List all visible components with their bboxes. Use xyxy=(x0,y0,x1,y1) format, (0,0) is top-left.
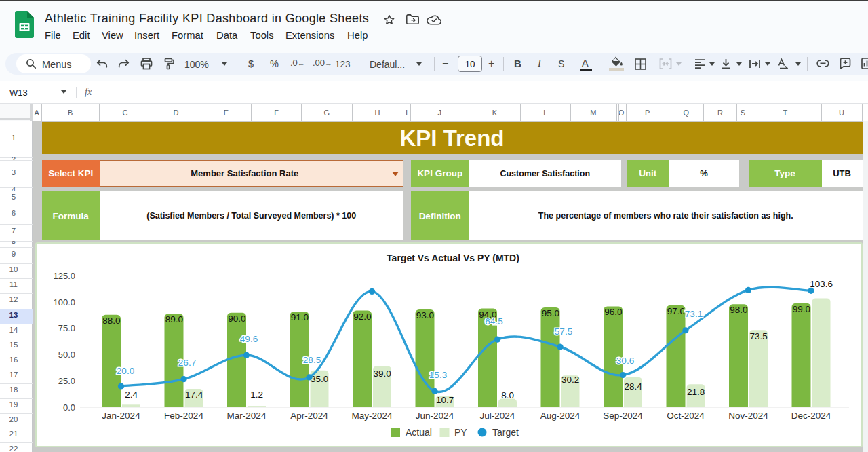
svg-text:Jan-2024: Jan-2024 xyxy=(102,411,140,421)
svg-text:103.6: 103.6 xyxy=(810,279,833,289)
svg-text:Jun-2024: Jun-2024 xyxy=(416,411,454,421)
svg-text:30.2: 30.2 xyxy=(561,375,579,385)
svg-text:17.4: 17.4 xyxy=(185,390,203,400)
svg-text:57.5: 57.5 xyxy=(555,326,572,337)
svg-text:90.0: 90.0 xyxy=(228,314,245,324)
svg-text:28.4: 28.4 xyxy=(625,381,643,392)
svg-text:73.5: 73.5 xyxy=(750,331,768,341)
svg-text:96.0: 96.0 xyxy=(604,307,622,317)
svg-text:Jul-2024: Jul-2024 xyxy=(480,411,515,421)
svg-text:64.5: 64.5 xyxy=(485,316,502,326)
svg-text:8.0: 8.0 xyxy=(501,390,514,400)
svg-text:97.0: 97.0 xyxy=(667,306,685,316)
svg-text:Aug-2024: Aug-2024 xyxy=(540,411,580,421)
svg-text:Target Vs Actual Vs PY (MTD): Target Vs Actual Vs PY (MTD) xyxy=(387,252,519,263)
svg-text:28.5: 28.5 xyxy=(303,355,321,365)
svg-text:PY: PY xyxy=(454,427,467,438)
svg-text:26.7: 26.7 xyxy=(178,358,196,368)
svg-text:Feb-2024: Feb-2024 xyxy=(164,411,203,421)
svg-text:49.6: 49.6 xyxy=(240,334,258,344)
svg-text:99.0: 99.0 xyxy=(793,304,810,314)
svg-text:10.7: 10.7 xyxy=(436,395,454,405)
svg-text:2.4: 2.4 xyxy=(125,390,138,400)
svg-text:93.0: 93.0 xyxy=(416,310,434,320)
svg-text:Apr-2024: Apr-2024 xyxy=(290,411,328,421)
svg-text:30.6: 30.6 xyxy=(616,356,634,366)
svg-text:89.0: 89.0 xyxy=(165,314,183,324)
svg-text:1.2: 1.2 xyxy=(250,390,263,400)
svg-text:Mar-2024: Mar-2024 xyxy=(227,411,267,421)
svg-text:92.0: 92.0 xyxy=(353,312,371,322)
svg-text:91.0: 91.0 xyxy=(291,312,309,322)
svg-text:25.0: 25.0 xyxy=(58,376,75,386)
svg-text:39.0: 39.0 xyxy=(374,369,391,379)
svg-text:0.0: 0.0 xyxy=(63,402,75,413)
svg-text:21.8: 21.8 xyxy=(687,387,705,397)
svg-text:125.0: 125.0 xyxy=(53,271,75,281)
svg-text:50.0: 50.0 xyxy=(58,350,75,360)
svg-text:95.0: 95.0 xyxy=(542,308,559,318)
svg-text:73.1: 73.1 xyxy=(685,309,703,319)
svg-text:88.0: 88.0 xyxy=(102,316,120,326)
svg-text:Nov-2024: Nov-2024 xyxy=(728,411,768,421)
svg-text:Sep-2024: Sep-2024 xyxy=(603,411,643,421)
svg-text:20.0: 20.0 xyxy=(117,366,134,376)
svg-text:Dec-2024: Dec-2024 xyxy=(791,411,831,421)
svg-text:Target: Target xyxy=(492,427,519,438)
svg-text:May-2024: May-2024 xyxy=(351,411,393,421)
svg-text:Actual: Actual xyxy=(406,427,432,438)
svg-text:100.0: 100.0 xyxy=(53,297,75,307)
svg-text:15.3: 15.3 xyxy=(429,370,447,380)
svg-text:75.0: 75.0 xyxy=(58,323,75,333)
svg-text:Oct-2024: Oct-2024 xyxy=(667,411,705,421)
svg-text:98.0: 98.0 xyxy=(730,305,747,315)
